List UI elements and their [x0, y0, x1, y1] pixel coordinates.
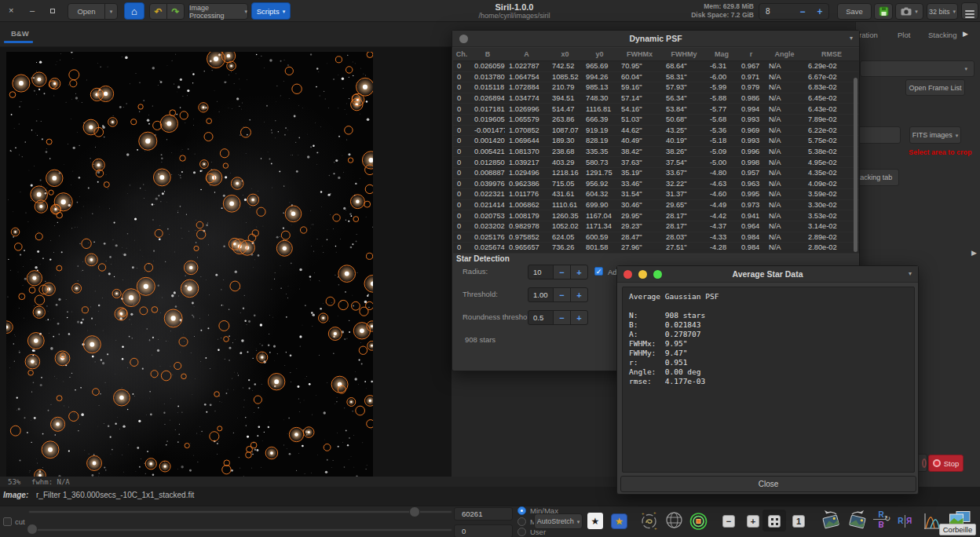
- table-row[interactable]: 00.0214141.0068621110.61699.9030.46"29.6…: [453, 200, 859, 211]
- table-row[interactable]: 00.0014201.069644189.30828.1940.49"40.19…: [453, 136, 859, 147]
- radio-mips[interactable]: [517, 517, 526, 526]
- panel-expander-icon[interactable]: ▶: [971, 249, 977, 257]
- table-row[interactable]: 00.0223211.011776431.61604.3231.54"31.37…: [453, 189, 859, 200]
- table-row[interactable]: 00.0088871.0294961218.161291.7535.19"33.…: [453, 168, 859, 179]
- window-restore-icon[interactable]: [50, 9, 55, 13]
- save-button[interactable]: Save: [837, 3, 872, 20]
- lo-value-input[interactable]: 0: [454, 524, 513, 537]
- plus-icon[interactable]: +: [570, 287, 588, 302]
- table-row[interactable]: 00.0151181.072884210.79985.1359.16"57.93…: [453, 82, 859, 93]
- chevron-down-icon[interactable]: ▾: [850, 35, 853, 42]
- threads-value[interactable]: 8: [759, 7, 794, 16]
- zoom-out-button[interactable]: −: [722, 515, 735, 528]
- window-minimize-icon[interactable]: –: [30, 6, 35, 15]
- tabs-scroll-right-icon[interactable]: ▶: [963, 30, 968, 38]
- plus-icon[interactable]: +: [570, 310, 588, 325]
- lo-slider-handle[interactable]: [27, 524, 38, 535]
- tab-registration[interactable]: ration: [859, 31, 878, 39]
- flip-horizontal-button[interactable]: R R: [895, 511, 914, 531]
- column-header[interactable]: RMSE: [804, 50, 859, 58]
- stop-button[interactable]: Stop: [928, 455, 964, 472]
- plus-icon[interactable]: +: [570, 265, 588, 279]
- table-row[interactable]: 00.0251760.975852624.05600.5928.47"28.03…: [453, 232, 859, 243]
- astrometry-button[interactable]: + + +: [640, 510, 658, 534]
- rotate-left-button[interactable]: [821, 510, 841, 534]
- table-row[interactable]: 00.0171811.026996514.471116.8154.16"53.8…: [453, 104, 859, 115]
- method-dropdown[interactable]: ▾: [860, 60, 975, 77]
- adjust-checkbox[interactable]: ✓: [594, 267, 603, 276]
- fit-to-window-button[interactable]: [768, 515, 781, 528]
- table-row[interactable]: 00.0256740.965657736.26801.5827.96"27.51…: [453, 243, 859, 254]
- minus-icon[interactable]: −: [794, 6, 811, 17]
- image-canvas[interactable]: [6, 52, 373, 477]
- column-header[interactable]: y0: [582, 50, 617, 58]
- open-dropdown-button[interactable]: ▾: [104, 3, 118, 20]
- image-processing-button[interactable]: Image Processing▾: [188, 3, 248, 20]
- column-header[interactable]: Ch.: [453, 50, 470, 58]
- dialog-bullet-button[interactable]: [459, 35, 468, 43]
- photometry-button[interactable]: [665, 511, 683, 532]
- minus-icon[interactable]: −: [553, 310, 571, 325]
- lo-slider-track[interactable]: [28, 528, 452, 532]
- table-row[interactable]: 00.0232020.9829781052.021171.3429.23"28.…: [453, 221, 859, 232]
- table-row[interactable]: 00.0196051.065579263.86666.3951.03"50.68…: [453, 115, 859, 126]
- hi-value-input[interactable]: 60261: [454, 507, 513, 521]
- table-row[interactable]: 00.0268941.034774394.51748.3057.14"56.34…: [453, 93, 859, 104]
- minus-icon[interactable]: −: [553, 265, 571, 279]
- table-row[interactable]: 00.0054211.081370238.68335.3538.42"38.26…: [453, 147, 859, 158]
- open-frame-list-button[interactable]: Open Frame List: [905, 79, 965, 96]
- table-row[interactable]: 00.0207531.0081791260.351167.0429.95"28.…: [453, 210, 859, 221]
- table-row[interactable]: 00.0260591.022787742.52965.6970.95"68.64…: [453, 61, 859, 72]
- column-header[interactable]: Angle: [765, 50, 804, 58]
- cut-checkbox[interactable]: [3, 517, 12, 526]
- scripts-button[interactable]: Scripts▾: [251, 2, 291, 20]
- home-button[interactable]: ⌂: [124, 2, 144, 20]
- column-header[interactable]: FWHMx: [617, 50, 662, 58]
- roundness-value[interactable]: 0.5: [528, 310, 554, 325]
- snapshot-button[interactable]: ▾: [895, 3, 923, 20]
- radio-user[interactable]: [517, 528, 526, 536]
- zoom-in-button[interactable]: +: [747, 515, 759, 528]
- avg-dialog-titlebar[interactable]: Average Star Data ▾: [617, 266, 918, 283]
- threads-stepper[interactable]: 8 − +: [759, 3, 829, 20]
- autostretch-dropdown[interactable]: AutoStretch▾: [534, 513, 583, 529]
- tab-stacking[interactable]: Stacking: [928, 31, 956, 39]
- plus-icon[interactable]: +: [811, 6, 828, 17]
- fits-images-dropdown[interactable]: FITS images▾: [909, 126, 961, 144]
- table-row[interactable]: 00.0399760.962386715.05956.9233.46"32.22…: [453, 179, 859, 190]
- zoom-one-button[interactable]: 1: [792, 515, 805, 528]
- tab-bw[interactable]: B&W: [11, 29, 29, 38]
- radius-value[interactable]: 10: [528, 265, 554, 279]
- menu-button[interactable]: [961, 2, 978, 20]
- minus-icon[interactable]: −: [553, 287, 571, 302]
- hi-slider-handle[interactable]: [409, 506, 420, 517]
- star-detection-button[interactable]: ★: [611, 513, 627, 529]
- bit-depth-dropdown[interactable]: 32 bits▾: [927, 3, 958, 20]
- column-header[interactable]: x0: [548, 50, 582, 58]
- rotate-right-button[interactable]: [847, 510, 868, 534]
- chevron-down-icon[interactable]: ▾: [909, 270, 912, 277]
- psf-dialog-titlebar[interactable]: Dynamic PSF ▾: [452, 31, 859, 47]
- target-button[interactable]: [689, 511, 708, 535]
- column-header[interactable]: r: [737, 50, 765, 58]
- column-header[interactable]: FWHMy: [662, 50, 706, 58]
- hi-slider-track[interactable]: [28, 510, 452, 513]
- close-button[interactable]: Close: [620, 476, 916, 492]
- table-row[interactable]: 0-0.0014771.0708521087.07919.1944.62"43.…: [453, 126, 859, 137]
- column-header[interactable]: A: [505, 50, 548, 58]
- threshold-value[interactable]: 1.00: [528, 287, 554, 302]
- column-header[interactable]: B: [470, 50, 505, 58]
- flip-vertical-button[interactable]: R B ↻: [872, 511, 890, 531]
- redo-button[interactable]: ↷: [166, 3, 185, 20]
- table-row[interactable]: 00.0137801.0647541085.52994.2660.04"58.3…: [453, 72, 859, 83]
- undo-button[interactable]: ↶: [149, 3, 167, 20]
- open-button[interactable]: Open: [68, 3, 105, 20]
- table-row[interactable]: 00.0128501.039217403.29580.7337.63"37.54…: [453, 157, 859, 168]
- column-header[interactable]: Mag: [706, 50, 737, 58]
- table-scrollbar[interactable]: [854, 78, 858, 252]
- save-as-button[interactable]: [874, 3, 893, 20]
- window-close-icon[interactable]: ×: [9, 6, 13, 15]
- star-mask-button[interactable]: ★: [587, 513, 603, 529]
- radio-minmax[interactable]: [517, 506, 526, 515]
- tab-plot[interactable]: Plot: [898, 31, 910, 39]
